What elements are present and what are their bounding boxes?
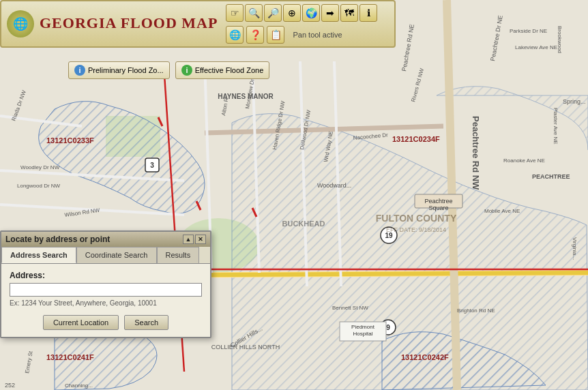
tab-coordinate-search[interactable]: Coordinate Search: [76, 247, 157, 263]
current-location-button[interactable]: Current Location: [43, 315, 119, 330]
svg-text:252: 252: [5, 382, 15, 389]
locate-body: Address: Ex: 1234 Your Street, Anywhere,…: [1, 264, 210, 337]
zoom-extent-button[interactable]: ⊕: [283, 4, 301, 22]
info-button[interactable]: ℹ: [359, 4, 377, 22]
prelim-layer-icon: i: [74, 65, 85, 76]
svg-text:BUCKHEAD: BUCKHEAD: [282, 220, 325, 228]
effective-layer-label: Effective Flood Zone: [195, 66, 264, 74]
svg-text:13121C0233F: 13121C0233F: [46, 136, 94, 145]
svg-text:Brighton Rd NE: Brighton Rd NE: [457, 308, 495, 314]
locate-titlebar-buttons: ▲ ✕: [183, 235, 206, 244]
svg-text:i: i: [186, 66, 188, 74]
address-example: Ex: 1234 Your Street, Anywhere, Georgia,…: [10, 299, 202, 307]
map-container: 3 19 9 Peachtree Square Peachtree Rd NE …: [0, 0, 588, 390]
zoom-in-button[interactable]: 🔍: [245, 4, 263, 22]
pan-tool-status: Pan tool active: [293, 31, 342, 39]
help-button[interactable]: ❓: [246, 26, 264, 44]
svg-text:13121C0234F: 13121C0234F: [392, 135, 440, 143]
app-title: GEORGIA FLOOD MAP: [40, 14, 218, 32]
locate-tabs: Address Search Coordinate Search Results: [1, 247, 210, 264]
svg-text:HAYNES MANOR: HAYNES MANOR: [218, 93, 274, 100]
svg-text:PEACHTREE: PEACHTREE: [532, 173, 570, 180]
prelim-layer-label: Preliminary Flood Zo...: [88, 66, 164, 74]
export-button[interactable]: 📋: [267, 26, 284, 44]
svg-text:9: 9: [386, 324, 390, 331]
svg-text:FULTON COUNTY: FULTON COUNTY: [376, 213, 457, 224]
arrow-right-button[interactable]: ➡: [321, 4, 339, 22]
svg-text:13121C0242F: 13121C0242F: [401, 353, 449, 361]
svg-text:Mobile Ave NE: Mobile Ave NE: [484, 208, 520, 214]
zoom-out-button[interactable]: 🔎: [264, 4, 282, 22]
svg-text:13121C0241F: 13121C0241F: [46, 353, 94, 361]
svg-text:Plaster Ave NE: Plaster Ave NE: [553, 108, 559, 145]
address-label: Address:: [10, 271, 202, 280]
locate-action-buttons: Current Location Search: [10, 315, 202, 330]
hand-tool-button[interactable]: ☞: [226, 4, 244, 22]
app-logo: 🌐: [7, 10, 34, 38]
effective-flood-zone-button[interactable]: i Effective Flood Zone: [175, 61, 270, 79]
map2-button[interactable]: 🗺: [340, 4, 358, 22]
svg-text:EFF DATE: 9/18/2014: EFF DATE: 9/18/2014: [386, 226, 446, 233]
locate-dialog: Locate by address or point ▲ ✕ Address S…: [0, 230, 211, 338]
svg-text:Longwood Dr NW: Longwood Dr NW: [17, 183, 61, 189]
toolbar: 🌐 GEORGIA FLOOD MAP ☞ 🔍 🔎 ⊕ 🌍 ➡ 🗺 ℹ 🌐 ❓ …: [0, 0, 396, 48]
svg-text:Parkside Dr NE: Parkside Dr NE: [510, 28, 547, 34]
svg-text:Spring...: Spring...: [563, 98, 586, 105]
globe2-button[interactable]: 🌐: [226, 26, 244, 44]
search-button[interactable]: Search: [124, 315, 168, 330]
svg-text:Square: Square: [428, 205, 448, 211]
svg-text:Peachtree Rd NW: Peachtree Rd NW: [471, 116, 481, 190]
svg-text:Lakeview Ave NE: Lakeview Ave NE: [515, 44, 557, 50]
globe-button[interactable]: 🌍: [302, 4, 320, 22]
address-input[interactable]: [10, 283, 202, 297]
locate-title: Locate by address or point: [5, 235, 110, 244]
layer-buttons: i Preliminary Flood Zo... i Effective Fl…: [68, 61, 269, 79]
locate-close-button[interactable]: ✕: [195, 235, 206, 244]
locate-titlebar: Locate by address or point ▲ ✕: [1, 232, 210, 247]
preliminary-flood-zone-button[interactable]: i Preliminary Flood Zo...: [68, 61, 170, 79]
svg-text:Piedmont: Piedmont: [351, 324, 375, 330]
svg-text:i: i: [78, 66, 80, 74]
locate-minimize-button[interactable]: ▲: [183, 235, 194, 244]
tab-results[interactable]: Results: [157, 247, 200, 263]
svg-text:Virginia...: Virginia...: [572, 237, 578, 260]
svg-text:Channing...: Channing...: [65, 382, 93, 389]
svg-text:COLLIER HILLS NORTH: COLLIER HILLS NORTH: [211, 344, 280, 350]
svg-text:Roanoke Ave NE: Roanoke Ave NE: [503, 158, 545, 164]
svg-text:Hospital: Hospital: [353, 331, 373, 337]
svg-text:Woodward...: Woodward...: [317, 182, 351, 189]
svg-text:3: 3: [150, 162, 154, 169]
effective-layer-icon: i: [181, 65, 192, 76]
tab-address-search[interactable]: Address Search: [1, 247, 76, 263]
svg-text:Bennett St NW: Bennett St NW: [332, 305, 368, 311]
svg-text:Woodley Dr NW: Woodley Dr NW: [20, 164, 60, 170]
svg-text:Peachtree: Peachtree: [424, 198, 452, 205]
svg-text:Brookwood: Brookwood: [557, 26, 563, 53]
